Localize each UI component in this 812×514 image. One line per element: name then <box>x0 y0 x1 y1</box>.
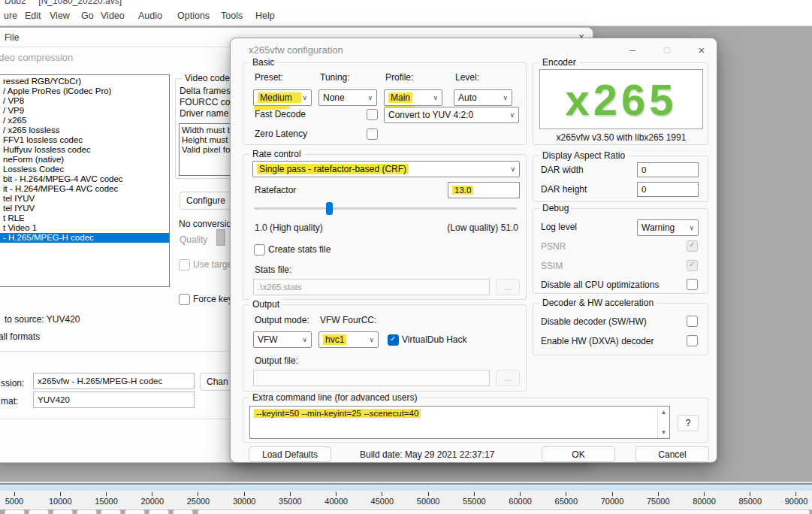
scroll-up-icon[interactable]: ▲ <box>658 409 669 416</box>
menu-item[interactable]: Edit <box>25 11 41 21</box>
ok-button[interactable]: OK <box>542 446 615 462</box>
tuning-combo[interactable]: None∨ <box>318 89 377 106</box>
cancel-button[interactable]: Cancel <box>635 446 709 462</box>
scroll-down-icon[interactable]: ▼ <box>658 429 669 436</box>
transport-button[interactable] <box>173 509 193 514</box>
menu-item[interactable]: Help <box>255 11 275 21</box>
profile-combo[interactable]: Main∨ <box>384 89 442 106</box>
rate-control-group-label: Rate control <box>249 149 304 159</box>
codec-list-item[interactable]: it - H.264/MPEG-4 AVC codec <box>0 184 169 194</box>
ruler-tick <box>795 492 796 496</box>
menu-item[interactable]: Options <box>177 11 210 21</box>
minimize-icon[interactable]: – <box>624 43 641 56</box>
extra-cmd-group-label: Extra command line (for advanced users) <box>249 392 420 403</box>
ruler-tick <box>106 492 107 496</box>
codec-list-item[interactable]: - H.265/MPEG-H codec <box>0 233 169 243</box>
main-window-top: Dub2 [N_1080_20220.avs] ureEditViewGoVid… <box>0 0 812 26</box>
file-menu[interactable]: File <box>5 32 19 43</box>
ruler-tick-label: 55000 <box>451 497 497 506</box>
fast-decode-checkbox[interactable] <box>367 109 378 120</box>
menu-item[interactable]: View <box>50 11 70 21</box>
compression-dialog-title: Video compression <box>0 52 73 63</box>
transport-button[interactable] <box>29 509 49 514</box>
dar-width-field[interactable]: 0 <box>637 162 699 177</box>
codec-list-item[interactable]: tel IYUV <box>0 204 169 213</box>
dar-height-field[interactable]: 0 <box>637 182 699 197</box>
ruler-tick <box>474 492 475 496</box>
fourcc-combo[interactable]: hvc1∨ <box>318 331 379 348</box>
transport-button[interactable] <box>101 509 121 514</box>
menu-item[interactable]: Tools <box>221 11 243 21</box>
menu-item[interactable]: Video <box>101 11 125 21</box>
encoder-version: x265vfw v3.50 with libx265 1991 <box>533 132 709 143</box>
preset-combo[interactable]: Medium∨ <box>253 89 312 106</box>
transport-button[interactable] <box>77 509 97 514</box>
rate-mode-combo[interactable]: Single pass - ratefactor-based (CRF)∨ <box>252 161 520 177</box>
level-combo[interactable]: Auto∨ <box>454 89 512 106</box>
fourcc-label: VFW FourCC: <box>320 315 376 325</box>
transport-button[interactable] <box>149 509 169 514</box>
chevron-down-icon: ∨ <box>509 111 515 119</box>
transport-button[interactable] <box>5 509 25 514</box>
ruler-tick-label: 5000 <box>0 497 37 506</box>
ruler-tick-label: 80000 <box>682 497 727 506</box>
profile-label: Profile: <box>385 72 413 83</box>
chevron-down-icon: ∨ <box>510 165 515 173</box>
disable-cpu-checkbox[interactable] <box>687 279 698 290</box>
ratefactor-slider-thumb[interactable] <box>326 202 333 215</box>
log-level-combo[interactable]: Warning∨ <box>637 219 699 236</box>
codec-list-item[interactable]: Huffyuv lossless codec <box>0 145 169 155</box>
dar-group-label: Display Aspect Ratio <box>539 150 628 161</box>
convert-combo[interactable]: Convert to YUV 4:2:0∨ <box>384 107 519 123</box>
close-icon[interactable]: × <box>693 43 710 56</box>
rate-mode-value: Single pass - ratefactor-based (CRF) <box>257 164 409 174</box>
x265-config-dialog: x265vfw configuration – □ × Basic Preset… <box>230 38 717 463</box>
codec-list-item[interactable]: Lossless Codec <box>0 165 169 174</box>
load-defaults-button[interactable]: Load Defaults <box>249 446 331 462</box>
output-mode-combo[interactable]: VFW∨ <box>253 331 312 348</box>
create-stats-checkbox[interactable] <box>254 244 265 255</box>
enable-hw-label: Enable HW (DXVA) decoder <box>541 336 654 346</box>
force-keyframes-checkbox[interactable] <box>179 294 190 305</box>
use-target-checkbox <box>179 259 190 271</box>
extra-cmd-textbox[interactable]: --keyint=50 --min-keyint=25 --scenecut=4… <box>249 406 670 439</box>
codec-list-item[interactable]: / VP9 <box>0 106 169 116</box>
ratefactor-slider-track[interactable] <box>254 207 517 210</box>
codec-list-item[interactable]: FFV1 lossless codec <box>0 135 169 145</box>
transport-button[interactable] <box>53 509 73 514</box>
ruler-tick-label: 85000 <box>728 497 773 506</box>
codec-list-item[interactable]: t RLE <box>0 213 169 223</box>
codec-list-item[interactable]: ressed RGB/YCbCr) <box>0 77 169 86</box>
help-button[interactable]: ? <box>678 415 699 431</box>
menu-item[interactable]: Audio <box>138 11 162 21</box>
position-slider-track[interactable] <box>0 485 812 491</box>
codec-list-item[interactable]: / Apple ProRes (iCodec Pro) <box>0 86 169 96</box>
transport-button[interactable] <box>125 509 145 514</box>
enable-hw-checkbox[interactable] <box>687 335 698 346</box>
scrollbar[interactable]: ▲ ▼ <box>657 407 669 438</box>
chevron-down-icon: ∨ <box>433 94 438 101</box>
disable-decoder-checkbox[interactable] <box>687 316 698 327</box>
build-date-label: Build date: May 29 2021 22:37:17 <box>360 449 494 460</box>
x265-logo: x265 <box>565 74 677 125</box>
codec-list-item[interactable]: / VP8 <box>0 96 169 106</box>
configure-button[interactable]: Configure <box>180 192 232 210</box>
menu-item[interactable]: Go <box>81 11 94 21</box>
codec-list-item[interactable]: / x265 <box>0 116 169 125</box>
codec-list-item[interactable]: tel IYUV <box>0 194 169 204</box>
ruler-tick <box>14 492 15 496</box>
psnr-checkbox <box>687 240 698 252</box>
codec-list-item[interactable]: / x265 lossless <box>0 125 169 135</box>
codec-list-item[interactable]: bit - H.264/MPEG-4 AVC codec <box>0 174 169 184</box>
seek-panel[interactable] <box>198 509 810 514</box>
menu-item[interactable]: ure <box>4 11 17 21</box>
ratefactor-field[interactable]: 13.0 <box>448 182 520 198</box>
ruler-tick <box>244 492 245 496</box>
extra-cmd-value: --keyint=50 --min-keyint=25 --scenecut=4… <box>254 409 421 418</box>
codec-list-item[interactable]: neForm (native) <box>0 155 169 165</box>
virtualdub-hack-checkbox[interactable] <box>388 334 399 346</box>
window-title-fragment: Dub2 [N_1080_20220.avs] <box>5 0 122 6</box>
codec-list-item[interactable]: t Video 1 <box>0 223 169 233</box>
zero-latency-checkbox[interactable] <box>367 128 378 140</box>
fast-decode-label: Fast Decode <box>255 109 306 119</box>
